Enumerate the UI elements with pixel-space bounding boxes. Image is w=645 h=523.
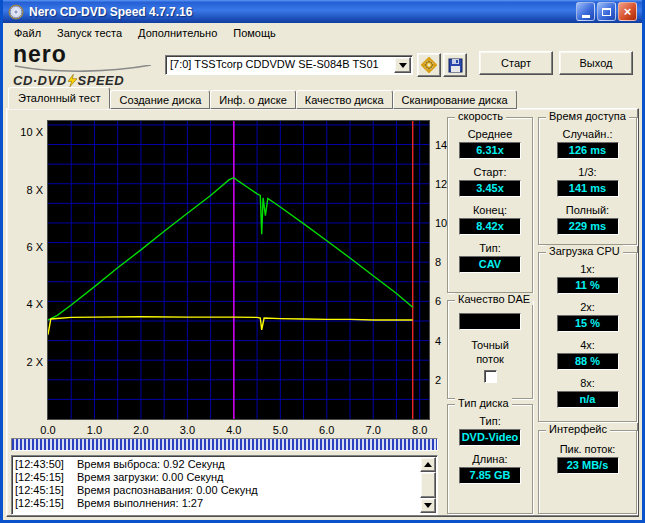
disc-length-label: Длина: — [448, 453, 532, 465]
close-button[interactable]: × — [618, 2, 637, 21]
speed-end-label: Конец: — [448, 204, 532, 216]
axis-tick-label: 3.0 — [176, 424, 198, 436]
access-third-label: 1/3: — [539, 166, 636, 178]
axis-tick-label: 7.0 — [362, 424, 384, 436]
app-icon — [8, 4, 24, 20]
chart-area: 10 X8 X6 X4 X2 X14121086420.01.02.03.04.… — [11, 112, 449, 438]
tab-disc-quality[interactable]: Качество диска — [296, 90, 393, 109]
series-read-speed — [48, 178, 413, 320]
panel-interface-title: Интерфейс — [546, 423, 610, 435]
log-text: Время распознавания: 0.00 Секунд — [77, 484, 258, 496]
panel-access-time-title: Время доступа — [546, 110, 629, 122]
peak-rate-value: 23 MB/s — [557, 457, 619, 474]
log-listbox[interactable]: [12:43:50]Время выброса: 0.92 Секунд [12… — [11, 455, 438, 515]
cpu-1x-value: 11 % — [557, 277, 619, 294]
cpu-4x-value: 88 % — [557, 353, 619, 370]
speed-start-label: Старт: — [448, 166, 532, 178]
start-button-label: Старт — [501, 57, 531, 69]
panel-cpu-usage: Загрузка CPU 1x:11 % 2x:15 % 4x:88 % 8x:… — [538, 252, 637, 422]
close-icon: × — [624, 3, 632, 20]
axis-tick-label: 5.0 — [269, 424, 291, 436]
axis-tick-label: 0.0 — [37, 424, 59, 436]
panel-access-time: Время доступа Случайн.:126 ms 1/3:141 ms… — [538, 117, 637, 245]
start-button[interactable]: Старт — [479, 51, 553, 75]
lightning-icon — [68, 74, 77, 87]
scroll-down-button[interactable] — [420, 498, 436, 513]
axis-tick-label: 4 X — [11, 298, 43, 310]
drive-select[interactable]: [7:0] TSSTcorp CDDVDW SE-S084B TS01 — [165, 55, 413, 75]
tab-scandisc[interactable]: Сканирование диска — [393, 90, 517, 109]
nero-logo: nero CD·DVD SPEED — [13, 44, 163, 86]
log-line: [12:45:15]Время загрузки: 0.00 Секунд — [15, 471, 419, 484]
maximize-icon — [602, 8, 611, 16]
dae-quality-value — [459, 313, 521, 330]
gear-icon — [421, 57, 437, 73]
access-full-value: 229 ms — [557, 218, 619, 235]
exact-stream-checkbox[interactable] — [484, 370, 497, 383]
tab-create-disc[interactable]: Создание диска — [110, 90, 210, 109]
exact-stream-label-line2: поток — [448, 353, 532, 365]
axis-tick-label: 6 X — [11, 241, 43, 253]
disc-length-value: 7.85 GB — [459, 467, 521, 484]
menu-help[interactable]: Помощь — [225, 24, 284, 42]
axis-tick-label: 10 X — [11, 126, 43, 138]
panel-disc-type-title: Тип диска — [455, 397, 512, 409]
speed-end-value: 8.42x — [459, 218, 521, 235]
app-window: Nero CD-DVD Speed 4.7.7.16 × Файл Запуск… — [0, 0, 645, 523]
logo-speed: SPEED — [78, 73, 125, 88]
panel-speed-title: скорость — [455, 110, 506, 122]
window-title: Nero CD-DVD Speed 4.7.7.16 — [29, 5, 574, 19]
access-random-label: Случайн.: — [539, 128, 636, 140]
log-text: Время выброса: 0.92 Секунд — [77, 458, 225, 470]
axis-tick-label: 2.0 — [130, 424, 152, 436]
axis-tick-label: 8 X — [11, 184, 43, 196]
minimize-button[interactable] — [576, 2, 595, 21]
logo-speed-line: CD·DVD SPEED — [13, 73, 163, 88]
arrow-down-icon — [424, 503, 432, 508]
logo-cddvd: CD·DVD — [13, 73, 67, 88]
cpu-8x-value: n/a — [557, 391, 619, 408]
scrollbar-thumb[interactable] — [420, 472, 436, 498]
menu-extra[interactable]: Дополнительно — [130, 24, 225, 42]
cpu-4x-label: 4x: — [539, 339, 636, 351]
speed-type-label: Тип: — [448, 242, 532, 254]
test-position-bar — [11, 438, 438, 451]
cpu-2x-label: 2x: — [539, 301, 636, 313]
maximize-button[interactable] — [597, 2, 616, 21]
axis-tick-label: 1.0 — [83, 424, 105, 436]
tab-disc-info[interactable]: Инф. о диске — [210, 90, 295, 109]
axis-tick-label: 8.0 — [409, 424, 431, 436]
tab-benchmark[interactable]: Эталонный тест — [8, 87, 110, 109]
log-lines: [12:43:50]Время выброса: 0.92 Секунд [12… — [15, 458, 419, 513]
log-scrollbar[interactable] — [420, 457, 436, 513]
series-rotation-speed — [48, 317, 413, 335]
log-text: Время выполнения: 1:27 — [77, 497, 203, 509]
speed-chart-plot — [47, 120, 430, 420]
save-button[interactable] — [443, 53, 467, 77]
exit-button-label: Выход — [580, 57, 613, 69]
speed-chart-svg — [48, 121, 429, 419]
access-third-value: 141 ms — [557, 180, 619, 197]
log-time: [12:43:50] — [15, 458, 77, 471]
scroll-up-button[interactable] — [420, 457, 436, 472]
disc-type-label: Тип: — [448, 415, 532, 427]
log-line: [12:45:15]Время распознавания: 0.00 Секу… — [15, 484, 419, 497]
chevron-down-icon — [399, 63, 407, 68]
nero-wordmark: nero — [13, 44, 163, 65]
exact-stream-label-line1: Точный — [448, 339, 532, 351]
access-random-value: 126 ms — [557, 142, 619, 159]
drive-select-value: [7:0] TSSTcorp CDDVDW SE-S084B TS01 — [170, 58, 392, 70]
cpu-2x-value: 15 % — [557, 315, 619, 332]
drive-select-arrow[interactable] — [394, 57, 411, 73]
panel-disc-type: Тип диска Тип:DVD-Video Длина:7.85 GB — [447, 404, 533, 514]
menu-run-test[interactable]: Запуск теста — [49, 24, 130, 42]
speed-average-label: Среднее — [448, 128, 532, 140]
menu-bar: Файл Запуск теста Дополнительно Помощь — [3, 23, 642, 43]
exit-button[interactable]: Выход — [559, 51, 633, 75]
options-button[interactable] — [417, 53, 441, 77]
speed-type-value: CAV — [459, 256, 521, 273]
title-bar[interactable]: Nero CD-DVD Speed 4.7.7.16 × — [3, 0, 642, 23]
panel-dae-title: Качество DAE — [455, 293, 533, 305]
peak-rate-label: Пик. поток: — [539, 443, 636, 455]
menu-file[interactable]: Файл — [6, 24, 49, 42]
